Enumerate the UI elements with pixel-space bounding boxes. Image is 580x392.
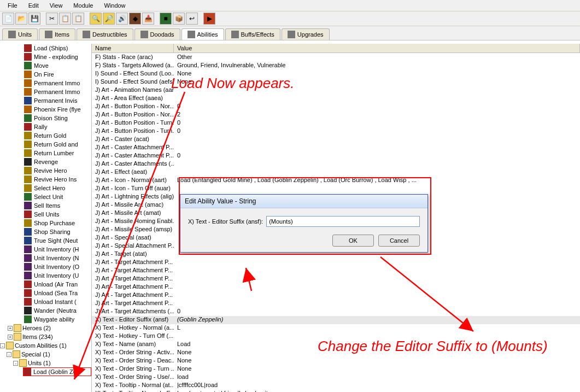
expand-icon[interactable]: +: [8, 326, 13, 331]
grid-row[interactable]: J) Art - Caster Attachments (...: [92, 160, 580, 168]
grid-row[interactable]: J) Art - Target Attachment P...: [92, 283, 580, 291]
expand-icon[interactable]: +: [8, 335, 13, 340]
tree-item[interactable]: Select Hero: [24, 184, 91, 192]
col-name[interactable]: Name: [92, 44, 174, 52]
grid-row[interactable]: X) Text - Tooltip - Normal - E...Loads a…: [92, 390, 580, 392]
new-icon[interactable]: 📄: [2, 13, 14, 25]
tree-folder-units[interactable]: -Units (1): [13, 359, 91, 367]
grid-row[interactable]: J) Art - Target Attachments (...0: [92, 308, 580, 316]
grid-row[interactable]: J) Art - Button Position - Turn...0: [92, 119, 580, 127]
tree-item[interactable]: On Fire: [24, 70, 91, 79]
tree-item[interactable]: Permanent Immo: [24, 79, 91, 87]
grid-row[interactable]: J) Art - Area Effect (aaea): [92, 95, 580, 103]
grid-row[interactable]: I) Sound - Effect Sound (aefs)None: [92, 78, 580, 86]
tree-item[interactable]: Revive Hero Ins: [24, 175, 91, 184]
tree-item[interactable]: Waygate ability: [24, 315, 91, 324]
find-next-icon[interactable]: 🔎: [103, 13, 115, 25]
tab-units[interactable]: Units: [2, 28, 38, 40]
tree-item[interactable]: Unit Inventory (O: [24, 262, 91, 271]
test-icon[interactable]: ▶: [203, 13, 215, 25]
grid-row[interactable]: X) Text - Hotkey - Normal (a...L: [92, 324, 580, 332]
grid-row[interactable]: X) Text - Hotkey - Turn Off (...: [92, 332, 580, 341]
terrain-icon[interactable]: ■: [160, 13, 172, 25]
grid-row[interactable]: J) Art - Button Position - Nor...2: [92, 111, 580, 119]
grid-row[interactable]: J) Art - Target Attachment P...: [92, 275, 580, 283]
tree-item[interactable]: Move: [24, 61, 91, 70]
col-value[interactable]: Value: [174, 44, 580, 52]
tree-folder-special[interactable]: -Special (1): [7, 350, 91, 359]
grid-row[interactable]: J) Art - Button Position - Nor...0: [92, 103, 580, 111]
tree-item[interactable]: Poison Sting: [24, 114, 91, 122]
tree-item[interactable]: Phoenix Fire (flye: [24, 105, 91, 114]
grid-row[interactable]: J) Art - Icon - Turn Off (auar): [92, 185, 580, 193]
tree-item[interactable]: Unload (Sea Tra: [24, 289, 91, 297]
grid-row[interactable]: X) Text - Order String - Use/...load: [92, 373, 580, 382]
tree-item[interactable]: Sell Units: [24, 210, 91, 219]
grid-row[interactable]: J) Art - Animation Names (aani): [92, 86, 580, 95]
menu-module[interactable]: Module: [68, 1, 98, 10]
find-icon[interactable]: 🔍: [90, 13, 102, 25]
tree-item[interactable]: Unit Inventory (U: [24, 271, 91, 280]
tree-item[interactable]: Select Unit: [24, 192, 91, 201]
tree-item[interactable]: Return Gold: [24, 131, 91, 140]
grid-row[interactable]: X) Text - Order String - Turn ...None: [92, 365, 580, 373]
grid-row[interactable]: F) Stats - Race (arac)Other: [92, 54, 580, 62]
grid-row[interactable]: F) Stats - Targets Allowed (a...Ground, …: [92, 62, 580, 70]
tab-destructibles[interactable]: Destructibles: [77, 28, 133, 40]
model-icon[interactable]: 📦: [173, 13, 185, 25]
expand-icon[interactable]: -: [0, 343, 5, 348]
grid-row[interactable]: X) Text - Name (anam)Load: [92, 341, 580, 349]
tree-item[interactable]: Revive Hero: [24, 166, 91, 175]
cut-icon[interactable]: ✂: [46, 13, 58, 25]
grid-row[interactable]: J) Art - Target Attachment P...: [92, 300, 580, 308]
grid-row[interactable]: J) Art - Target Attachment P...: [92, 259, 580, 267]
tree-item[interactable]: True Sight (Neut: [24, 236, 91, 245]
ability-tree[interactable]: Load (Ships)Mine - explodingMoveOn FireP…: [0, 44, 92, 392]
tree-item[interactable]: Unload Instant (: [24, 297, 91, 306]
grid-row[interactable]: J) Art - Caster (acat): [92, 136, 580, 144]
tree-item[interactable]: Shop Purchase: [24, 219, 91, 227]
tree-item[interactable]: Wander (Neutra: [24, 306, 91, 315]
tree-folder-custom[interactable]: -Custom Abilities (1): [0, 341, 91, 350]
tree-folder[interactable]: +Items (234): [8, 332, 91, 341]
object-icon[interactable]: ◆: [129, 13, 141, 25]
grid-row[interactable]: X) Text - Order String - Activ...None: [92, 349, 580, 357]
menu-window[interactable]: Window: [98, 1, 131, 10]
grid-row[interactable]: J) Art - Effect (aeat): [92, 168, 580, 177]
save-icon[interactable]: 💾: [28, 13, 40, 25]
grid-row[interactable]: J) Art - Target Attachment P...: [92, 291, 580, 300]
tree-item[interactable]: Shop Sharing: [24, 227, 91, 236]
tree-item[interactable]: Sell Items: [24, 201, 91, 210]
tree-item[interactable]: Revenge: [24, 157, 91, 166]
grid-row[interactable]: J) Art - Icon - Normal (aart)Load (Entan…: [92, 177, 580, 185]
tree-item[interactable]: Unit Inventory (N: [24, 254, 91, 262]
ok-button[interactable]: OK: [332, 235, 374, 247]
grid-row[interactable]: X) Text - Tooltip - Normal (at...|cffffc…: [92, 382, 580, 390]
grid-row[interactable]: X) Text - Order String - Deac...None: [92, 357, 580, 365]
tab-upgrades[interactable]: Upgrades: [282, 28, 330, 40]
grid-row[interactable]: X) Text - Editor Suffix (ansf)(Goblin Ze…: [92, 316, 580, 324]
menu-edit[interactable]: Edit: [23, 1, 44, 10]
cancel-button[interactable]: Cancel: [378, 235, 420, 247]
tree-item[interactable]: Unit Inventory (H: [24, 245, 91, 254]
tree-item[interactable]: Permanent Immo: [24, 87, 91, 96]
grid-row[interactable]: J) Art - Caster Attachment P...: [92, 144, 580, 152]
sound-icon[interactable]: 🔊: [116, 13, 128, 25]
grid-row[interactable]: J) Art - Caster Attachment P...0: [92, 152, 580, 160]
tab-buffs[interactable]: Buffs/Effects: [225, 28, 280, 40]
grid-row[interactable]: J) Art - Target Attachment P...: [92, 267, 580, 275]
tree-item[interactable]: Unload (Air Tran: [24, 280, 91, 289]
tree-folder[interactable]: +Heroes (2): [8, 324, 91, 332]
tree-item[interactable]: Load (Ships): [24, 44, 91, 52]
paste-icon[interactable]: 📋: [72, 13, 84, 25]
tree-item[interactable]: Permanent Invis: [24, 96, 91, 105]
return-icon[interactable]: ↩: [186, 13, 198, 25]
tree-item[interactable]: Return Gold and: [24, 140, 91, 149]
editor-suffix-input[interactable]: [266, 216, 420, 227]
open-icon[interactable]: 📂: [15, 13, 27, 25]
menu-file[interactable]: File: [2, 1, 23, 10]
tab-doodads[interactable]: Doodads: [134, 28, 180, 40]
menu-view[interactable]: View: [44, 1, 68, 10]
grid-row[interactable]: J) Art - Button Position - Turn...0: [92, 127, 580, 136]
tree-item-selected[interactable]: Load (Goblin Ze: [23, 367, 91, 376]
